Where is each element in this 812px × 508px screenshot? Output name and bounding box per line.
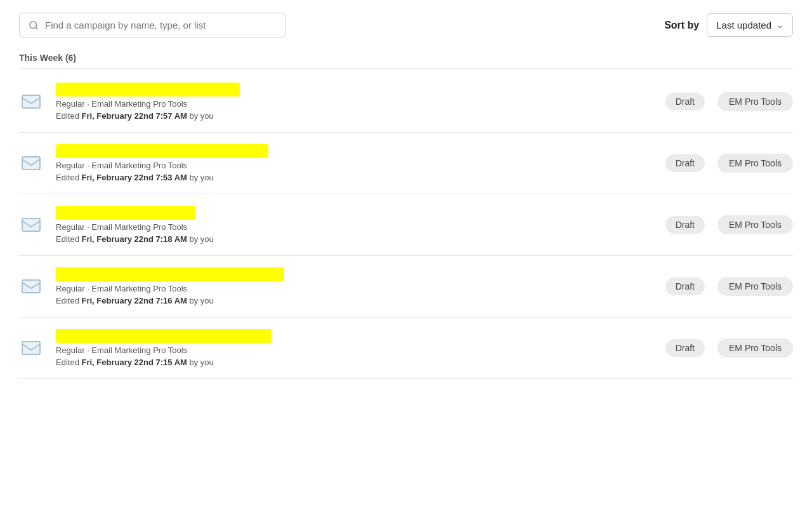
search-container[interactable] <box>19 13 285 37</box>
top-bar: Sort by Last updated ⌄ <box>19 13 793 37</box>
campaign-item[interactable]: Regular · Email Marketing Pro Tools Edit… <box>19 194 793 256</box>
svg-rect-2 <box>22 95 40 108</box>
campaign-edit: Edited Fri, February 22nd 7:57 AM by you <box>56 111 653 121</box>
sort-label: Sort by <box>664 20 699 31</box>
campaign-title-bar <box>56 267 653 281</box>
campaign-edit: Edited Fri, February 22nd 7:16 AM by you <box>56 296 653 305</box>
audience-badge: EM Pro Tools <box>717 92 793 111</box>
campaign-icon <box>19 151 43 175</box>
sort-area: Sort by Last updated ⌄ <box>664 13 793 37</box>
sort-dropdown[interactable]: Last updated ⌄ <box>707 13 793 37</box>
campaign-meta: Regular · Email Marketing Pro Tools <box>56 161 653 170</box>
svg-rect-6 <box>22 342 40 354</box>
campaign-item[interactable]: Regular · Email Marketing Pro Tools Edit… <box>19 256 793 318</box>
campaign-edit: Edited Fri, February 22nd 7:18 AM by you <box>56 234 653 244</box>
campaign-right: Draft EM Pro Tools <box>665 277 793 296</box>
campaign-right: Draft EM Pro Tools <box>665 92 793 111</box>
campaign-name <box>56 83 240 97</box>
status-badge: Draft <box>665 93 705 110</box>
campaign-edit: Edited Fri, February 22nd 7:15 AM by you <box>56 358 653 367</box>
sort-selected: Last updated <box>716 20 771 30</box>
campaign-right: Draft EM Pro Tools <box>665 154 793 173</box>
campaign-info: Regular · Email Marketing Pro Tools Edit… <box>56 83 653 121</box>
campaign-meta: Regular · Email Marketing Pro Tools <box>56 284 653 293</box>
audience-badge: EM Pro Tools <box>717 277 793 296</box>
status-badge: Draft <box>665 154 705 172</box>
campaign-name <box>56 329 272 343</box>
campaign-item[interactable]: Regular · Email Marketing Pro Tools Edit… <box>19 71 793 133</box>
campaign-meta: Regular · Email Marketing Pro Tools <box>56 345 653 355</box>
audience-badge: EM Pro Tools <box>717 215 793 234</box>
status-badge: Draft <box>665 277 705 295</box>
status-badge: Draft <box>665 339 705 357</box>
svg-line-1 <box>36 27 37 29</box>
campaign-meta: Regular · Email Marketing Pro Tools <box>56 99 653 109</box>
section-header: This Week (6) <box>19 53 793 69</box>
svg-rect-3 <box>22 157 40 170</box>
svg-rect-4 <box>22 218 40 231</box>
audience-badge: EM Pro Tools <box>717 338 793 358</box>
campaign-title-bar <box>56 329 653 343</box>
campaign-icon <box>19 90 43 114</box>
campaign-info: Regular · Email Marketing Pro Tools Edit… <box>56 267 653 305</box>
campaign-info: Regular · Email Marketing Pro Tools Edit… <box>56 206 653 244</box>
audience-badge: EM Pro Tools <box>717 154 793 173</box>
campaign-title-bar <box>56 206 653 220</box>
campaign-item[interactable]: Regular · Email Marketing Pro Tools Edit… <box>19 318 793 379</box>
campaign-title-bar <box>56 83 653 97</box>
campaign-title-bar <box>56 144 653 158</box>
campaign-name <box>56 267 284 281</box>
chevron-down-icon: ⌄ <box>776 20 783 30</box>
campaign-edit: Edited Fri, February 22nd 7:53 AM by you <box>56 173 653 182</box>
campaign-icon <box>19 213 43 237</box>
search-input[interactable] <box>45 20 276 30</box>
search-icon <box>29 20 39 30</box>
status-badge: Draft <box>665 216 705 234</box>
campaign-list: Regular · Email Marketing Pro Tools Edit… <box>19 71 793 379</box>
campaign-info: Regular · Email Marketing Pro Tools Edit… <box>56 144 653 182</box>
campaign-info: Regular · Email Marketing Pro Tools Edit… <box>56 329 653 367</box>
campaign-right: Draft EM Pro Tools <box>665 215 793 234</box>
campaign-name <box>56 144 268 158</box>
svg-rect-5 <box>22 280 40 293</box>
campaign-icon <box>19 336 43 360</box>
campaign-item[interactable]: Regular · Email Marketing Pro Tools Edit… <box>19 133 793 194</box>
campaign-icon <box>19 274 43 298</box>
campaign-name <box>56 206 195 220</box>
campaign-meta: Regular · Email Marketing Pro Tools <box>56 222 653 232</box>
campaign-right: Draft EM Pro Tools <box>665 338 793 358</box>
